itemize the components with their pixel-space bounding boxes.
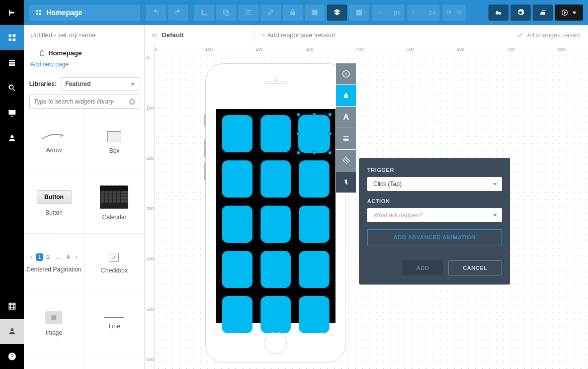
- topbar: Homepage ↔px ↕px ⟳%: [24, 0, 588, 25]
- rail-components-icon[interactable]: [0, 50, 24, 75]
- app-icon[interactable]: [261, 160, 291, 198]
- action-label: ACTION: [367, 198, 502, 204]
- breadcrumb-label: Homepage: [46, 9, 82, 17]
- rail-help-icon[interactable]: ?: [0, 344, 24, 369]
- widget-search-input[interactable]: [29, 95, 139, 109]
- play-button[interactable]: [555, 5, 583, 21]
- rail-pages-icon[interactable]: [0, 25, 24, 50]
- app-icon[interactable]: [299, 206, 329, 243]
- height-unit: px: [429, 9, 436, 16]
- project-title[interactable]: Untitled - set my name: [24, 25, 144, 44]
- app-icon[interactable]: [299, 296, 329, 333]
- widget-grid: Arrow Box Button Button Calendar ‹12…4› …: [24, 113, 144, 369]
- preview-button[interactable]: [488, 5, 509, 21]
- undo-button[interactable]: [146, 5, 166, 21]
- fill-icon[interactable]: [336, 85, 356, 106]
- ruler-horizontal: 0 100 200 300 400 500 600 700 800: [155, 45, 588, 55]
- percent-field[interactable]: ⟳%: [443, 5, 466, 21]
- share-button[interactable]: [533, 5, 553, 21]
- width-unit: px: [394, 9, 400, 16]
- app-icon[interactable]: [222, 251, 253, 288]
- widget-chart[interactable]: [24, 354, 85, 369]
- app-icon-selected[interactable]: [299, 115, 329, 152]
- ruler-corner: [145, 45, 155, 55]
- svg-text:?: ?: [11, 353, 14, 359]
- panel-cancel-button[interactable]: CANCEL: [448, 260, 502, 275]
- breakpoint-default[interactable]: ∞ Default: [145, 25, 255, 45]
- widget-image[interactable]: Image: [24, 294, 85, 354]
- layers-button[interactable]: [327, 5, 347, 21]
- widget-line[interactable]: Line: [85, 294, 145, 354]
- svg-rect-2: [357, 10, 362, 16]
- subheader: ∞ Default + Add responsive version All c…: [145, 25, 588, 45]
- breadcrumb[interactable]: Homepage: [29, 5, 140, 21]
- font-icon[interactable]: A: [336, 107, 356, 128]
- add-page-link[interactable]: Add new page: [24, 59, 144, 73]
- save-status: All changes saved: [509, 31, 588, 39]
- app-icon[interactable]: [299, 251, 329, 288]
- pattern-icon[interactable]: [336, 150, 356, 171]
- app-rail: ?: [0, 0, 24, 369]
- widget-arrow[interactable]: Arrow: [24, 113, 85, 173]
- svg-point-3: [496, 12, 498, 15]
- sidebar: Untitled - set my name Homepage Add new …: [24, 25, 145, 369]
- breakpoint-label: Default: [161, 31, 184, 39]
- app-icon[interactable]: [222, 160, 253, 198]
- app-icon[interactable]: [261, 115, 291, 152]
- widget-button[interactable]: Button Button: [24, 173, 85, 234]
- logout-icon[interactable]: [0, 0, 24, 25]
- app-icon[interactable]: [261, 251, 291, 288]
- align-button[interactable]: [238, 5, 259, 21]
- rail-film-icon[interactable]: [0, 294, 24, 319]
- add-advanced-animation-button[interactable]: ADD ADVANCED ANIMATION: [367, 229, 502, 245]
- libraries-select[interactable]: Featured: [61, 77, 139, 90]
- rail-profile-icon[interactable]: [0, 319, 24, 344]
- link-button[interactable]: [261, 5, 281, 21]
- widget-calendar[interactable]: Calendar: [85, 173, 145, 234]
- app-icon[interactable]: [222, 296, 253, 333]
- home-button: [265, 332, 287, 354]
- page-item[interactable]: Homepage: [24, 44, 144, 59]
- percent-unit: %: [456, 9, 462, 16]
- action-placeholder: What will happen?: [373, 212, 423, 219]
- stage[interactable]: A TRIGGER Click (Tap) ACTION What will h…: [155, 55, 588, 369]
- rail-user-icon[interactable]: [0, 126, 24, 151]
- phone-screen: [216, 109, 335, 323]
- app-icon[interactable]: [261, 206, 291, 243]
- info-icon[interactable]: [336, 63, 356, 84]
- app-icon[interactable]: [299, 160, 329, 198]
- interaction-icon[interactable]: [336, 171, 356, 193]
- action-select[interactable]: What will happen?: [367, 208, 502, 222]
- trigger-select[interactable]: Click (Tap): [367, 177, 502, 191]
- interaction-panel: TRIGGER Click (Tap) ACTION What will hap…: [359, 158, 510, 285]
- widget-pagination[interactable]: ‹12…4› Centered Pagination: [24, 234, 85, 294]
- image-button[interactable]: [305, 5, 325, 21]
- lines-icon[interactable]: [336, 128, 356, 149]
- height-field[interactable]: ↕px: [407, 5, 440, 21]
- settings-button[interactable]: [511, 5, 531, 21]
- app-icon[interactable]: [222, 206, 253, 243]
- page-name-label: Homepage: [48, 49, 81, 57]
- add-responsive-button[interactable]: + Add responsive version: [255, 31, 343, 39]
- selection-button[interactable]: [349, 5, 369, 21]
- clear-icon[interactable]: [128, 98, 136, 106]
- ruler-vertical: 0 100 200 300 400 500 600: [145, 55, 155, 369]
- app-icon[interactable]: [222, 115, 253, 152]
- crop-button[interactable]: [194, 5, 214, 21]
- widget-box[interactable]: Box: [85, 113, 145, 173]
- widget-text[interactable]: A: [85, 354, 145, 369]
- trigger-label: TRIGGER: [367, 167, 502, 173]
- rail-search-icon[interactable]: [0, 75, 24, 101]
- app-icon[interactable]: [261, 296, 291, 333]
- canvas: 0 100 200 300 400 500 600 700 800 0 100 …: [145, 45, 588, 369]
- rail-present-icon[interactable]: [0, 101, 24, 126]
- phone-frame: [205, 63, 346, 362]
- width-field[interactable]: ↔px: [372, 5, 404, 21]
- libraries-label: Libraries:: [29, 80, 57, 87]
- lock-button[interactable]: [283, 5, 303, 21]
- widget-checkbox[interactable]: ✓ Checkbox: [85, 234, 145, 294]
- style-toolstrip: A: [336, 63, 356, 193]
- redo-button[interactable]: [168, 5, 188, 21]
- copy-button[interactable]: [216, 5, 236, 21]
- panel-add-button[interactable]: ADD: [402, 260, 443, 275]
